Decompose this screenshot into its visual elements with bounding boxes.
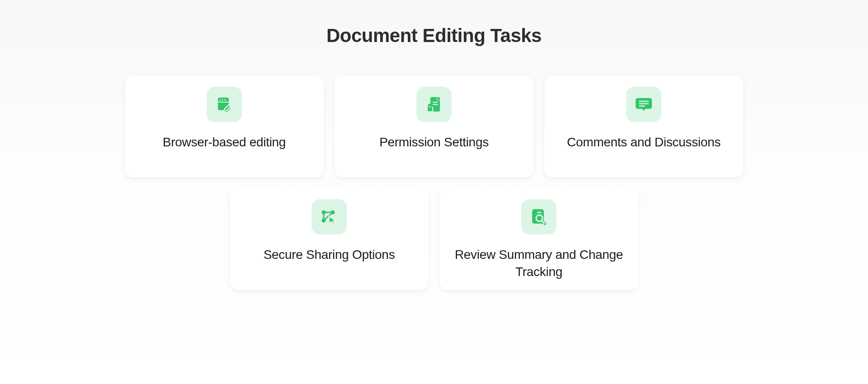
- card-browser-editing[interactable]: Browser-based editing: [125, 76, 324, 178]
- svg-point-2: [222, 99, 223, 100]
- svg-rect-11: [639, 105, 645, 107]
- svg-rect-10: [639, 103, 649, 104]
- svg-rect-6: [433, 104, 438, 105]
- card-permission-settings[interactable]: Permission Settings: [335, 76, 533, 178]
- card-title: Comments and Discussions: [558, 134, 730, 151]
- cards-grid: Browser-based editing Per: [113, 76, 755, 290]
- review-magnify-icon: [521, 199, 557, 234]
- page-title: Document Editing Tasks: [326, 25, 542, 47]
- card-title: Review Summary and Change Tracking: [439, 246, 638, 281]
- card-review-tracking[interactable]: Review Summary and Change Tracking: [439, 188, 638, 290]
- svg-point-1: [219, 99, 221, 100]
- card-secure-sharing[interactable]: Secure Sharing Options: [230, 188, 429, 290]
- browser-edit-icon: [207, 87, 242, 122]
- svg-rect-8: [428, 108, 432, 111]
- svg-point-3: [224, 99, 226, 100]
- main-container: Document Editing Tasks Browser-based edi…: [0, 0, 868, 290]
- card-title: Browser-based editing: [154, 134, 295, 151]
- permission-lock-icon: [416, 87, 452, 122]
- svg-rect-9: [639, 101, 649, 102]
- card-title: Permission Settings: [370, 134, 498, 151]
- card-comments-discussions[interactable]: Comments and Discussions: [544, 76, 743, 178]
- message-icon: [626, 87, 661, 122]
- share-cursor-icon: [311, 199, 347, 234]
- svg-rect-19: [537, 212, 542, 213]
- svg-rect-5: [433, 102, 438, 103]
- svg-rect-4: [218, 102, 229, 103]
- card-title: Secure Sharing Options: [255, 246, 404, 263]
